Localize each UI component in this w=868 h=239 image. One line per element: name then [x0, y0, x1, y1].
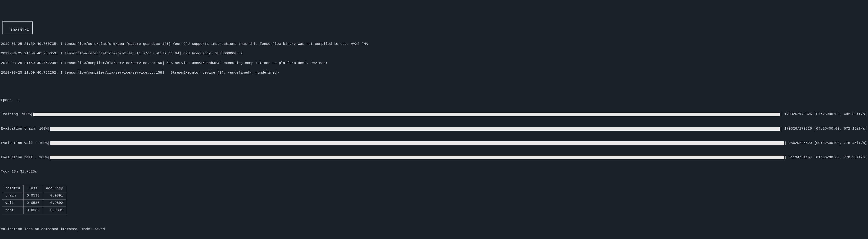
training-progress-row: Training: 100%| | 179326/179326 [07:25<0…: [0, 112, 868, 117]
eval-train-progress-stats: | 179326/179326 [04:26<00:00, 672.15it/s…: [780, 126, 867, 131]
table-cell: 0.0533: [24, 192, 43, 200]
eval-test-progress-row: Evaluation test : 100%| | 51194/51194 [0…: [0, 155, 868, 160]
eval-vali-progress-stats: | 25620/25620 [00:32<00:00, 778.45it/s]: [784, 141, 867, 145]
table-cell: 0.9891: [43, 192, 66, 200]
eval-test-progress-bar: [50, 156, 784, 159]
table-header: accuracy: [43, 185, 66, 192]
eval-test-progress-label: Evaluation test : 100%|: [1, 155, 50, 160]
eval-train-progress-fill: [50, 127, 780, 131]
table-cell: 0.9891: [43, 207, 66, 214]
eval-vali-progress-fill: [50, 141, 784, 145]
table-header: loss: [24, 185, 43, 192]
table-cell: vali: [2, 200, 24, 207]
table-row: vali 0.0533 0.9892: [2, 200, 66, 207]
training-progress-bar: [33, 113, 780, 116]
table-header: related: [2, 185, 24, 192]
table-row: train 0.0533 0.9891: [2, 192, 66, 200]
epoch-label: Epoch 1: [0, 98, 868, 103]
training-progress-fill: [33, 113, 780, 116]
log-line: 2019-03-25 21:59:40.762208: I tensorflow…: [0, 61, 868, 65]
eval-train-progress-label: Evaluation train: 100%|: [1, 126, 50, 131]
training-title: TRAINING: [10, 28, 29, 32]
eval-test-progress-stats: | 51194/51194 [01:06<00:00, 770.95it/s]: [784, 155, 867, 160]
table-cell: 0.9892: [43, 200, 66, 207]
training-title-box: TRAINING: [2, 22, 33, 34]
metrics-table: related loss accuracy train 0.0533 0.989…: [2, 185, 66, 214]
eval-train-progress-bar: [50, 127, 780, 131]
log-line: 2019-03-25 21:59:40.730735: I tensorflow…: [0, 42, 868, 46]
eval-test-progress-fill: [50, 156, 784, 159]
log-line: 2019-03-25 21:59:40.760353: I tensorflow…: [0, 51, 868, 56]
table-cell: 0.0533: [24, 200, 43, 207]
training-progress-stats: | 179326/179326 [07:25<00:00, 402.39it/s…: [780, 112, 867, 117]
eval-vali-progress-label: Evaluation vali : 100%|: [1, 141, 50, 145]
took-duration: Took 13m 31.7823s: [0, 169, 868, 174]
eval-vali-progress-row: Evaluation vali : 100%| | 25620/25620 [0…: [0, 141, 868, 145]
table-cell: test: [2, 207, 24, 214]
table-cell: train: [2, 192, 24, 200]
eval-vali-progress-bar: [50, 141, 784, 145]
table-cell: 0.0532: [24, 207, 43, 214]
eval-train-progress-row: Evaluation train: 100%| | 179326/179326 …: [0, 126, 868, 131]
training-progress-label: Training: 100%|: [1, 112, 33, 117]
table-row: test 0.0532 0.9891: [2, 207, 66, 214]
table-header-row: related loss accuracy: [2, 185, 66, 192]
validation-message: Validation loss on combined improved, mo…: [0, 227, 868, 232]
log-line: 2019-03-25 21:59:40.762262: I tensorflow…: [0, 70, 868, 75]
